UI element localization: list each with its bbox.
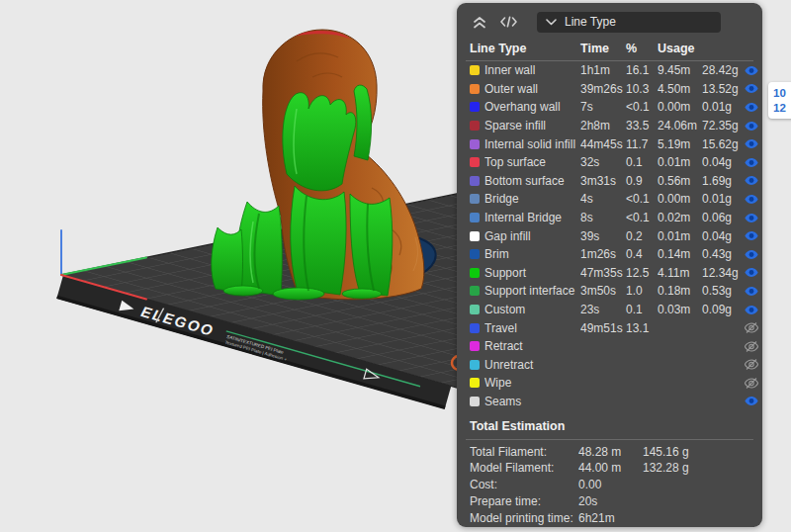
- collapse-panel-button[interactable]: [470, 12, 489, 32]
- line-type-row[interactable]: Support 47m35s 12.5 4.11m 12.34g: [457, 264, 762, 283]
- row-color-swatch: [470, 341, 480, 351]
- line-type-row[interactable]: Retract: [457, 337, 762, 356]
- total-estimation-title: Total Estimation: [457, 410, 762, 439]
- line-type-row[interactable]: Seams: [457, 393, 762, 411]
- visibility-toggle[interactable]: [744, 194, 759, 205]
- row-time: 3m31s: [580, 174, 626, 188]
- eye-off-icon: [745, 341, 758, 352]
- row-color-swatch: [470, 121, 480, 131]
- line-type-rows: Inner wall 1h1m 16.1 9.45m 28.42g Outer …: [457, 61, 762, 410]
- line-type-row[interactable]: Bridge 4s <0.1 0.00m 0.01g: [457, 190, 762, 209]
- row-time: 47m35s: [580, 266, 626, 280]
- visibility-toggle[interactable]: [744, 341, 759, 352]
- eye-icon: [745, 396, 758, 406]
- eye-icon: [745, 65, 758, 76]
- visibility-toggle[interactable]: [744, 249, 759, 260]
- eye-icon: [745, 138, 758, 149]
- view-mode-label: Line Type: [565, 15, 616, 29]
- row-time: 1m26s: [580, 247, 626, 261]
- line-type-row[interactable]: Sparse infill 2h8m 33.5 24.06m 72.35g: [457, 117, 762, 135]
- visibility-toggle[interactable]: [744, 396, 759, 406]
- line-type-row[interactable]: Outer wall 39m26s 10.3 4.50m 13.52g: [457, 80, 762, 99]
- visibility-toggle[interactable]: [744, 267, 759, 278]
- line-type-row[interactable]: Bottom surface 3m31s 0.9 0.56m 1.69g: [457, 172, 762, 191]
- line-type-row[interactable]: Support interface 3m50s 1.0 0.18m 0.53g: [457, 282, 762, 301]
- visibility-toggle[interactable]: [744, 378, 759, 389]
- layer-indicator-line1: 10: [773, 86, 791, 101]
- row-label: Travel: [484, 321, 580, 335]
- row-label: Overhang wall: [484, 100, 580, 114]
- row-percent: 13.1: [626, 321, 658, 335]
- line-type-row[interactable]: Travel 49m51s 13.1: [457, 318, 762, 337]
- eye-icon: [745, 83, 758, 94]
- row-color-swatch: [470, 397, 480, 406]
- line-type-row[interactable]: Internal Bridge 8s <0.1 0.02m 0.06g: [457, 209, 762, 227]
- row-length: 0.02m: [658, 211, 702, 224]
- visibility-toggle[interactable]: [744, 213, 759, 223]
- total-estimation-row: Model printing time: 6h21m: [457, 509, 762, 526]
- row-percent: 0.2: [626, 229, 658, 243]
- row-label: Sparse infill: [484, 119, 580, 133]
- row-label: Unretract: [484, 358, 580, 372]
- visibility-toggle[interactable]: [744, 230, 759, 241]
- row-label: Brim: [484, 247, 580, 261]
- line-type-row[interactable]: Gap infill 39s 0.2 0.01m 0.04g: [457, 226, 762, 245]
- visibility-toggle[interactable]: [744, 83, 759, 94]
- line-type-row[interactable]: Inner wall 1h1m 16.1 9.45m 28.42g: [457, 61, 762, 80]
- row-percent: 1.0: [626, 284, 658, 298]
- row-time: 1h1m: [580, 63, 626, 77]
- row-percent: 10.3: [626, 82, 658, 96]
- line-type-row[interactable]: Unretract: [457, 356, 762, 375]
- col-usage: Usage: [658, 42, 762, 55]
- row-color-swatch: [470, 231, 480, 241]
- row-label: Support: [484, 266, 580, 280]
- visibility-toggle[interactable]: [744, 359, 759, 370]
- row-label: Outer wall: [484, 82, 580, 96]
- row-length: 24.06m: [658, 119, 702, 133]
- row-length: 0.18m: [658, 284, 702, 298]
- row-percent: 0.9: [626, 174, 658, 188]
- total-estimation-row: Model Filament: 44.00 m 132.28 g: [457, 460, 762, 477]
- line-type-row[interactable]: Brim 1m26s 0.4 0.14m 0.43g: [457, 245, 762, 264]
- row-label: Internal solid infill: [484, 137, 580, 151]
- row-length: 5.19m: [658, 137, 702, 151]
- row-label: Gap infill: [484, 229, 580, 243]
- visibility-toggle[interactable]: [744, 65, 759, 76]
- visibility-toggle[interactable]: [744, 175, 759, 186]
- row-time: 32s: [580, 155, 626, 169]
- total-label: Cost:: [470, 478, 578, 491]
- visibility-toggle[interactable]: [744, 102, 759, 113]
- visibility-toggle[interactable]: [744, 157, 759, 168]
- line-type-row[interactable]: Overhang wall 7s <0.1 0.00m 0.01g: [457, 98, 762, 117]
- total-label: Total Filament:: [470, 445, 578, 459]
- row-weight: 12.34g: [702, 266, 744, 280]
- row-length: 9.45m: [658, 63, 702, 77]
- line-type-row[interactable]: Custom 23s 0.1 0.03m 0.09g: [457, 301, 762, 319]
- total-value-2: 145.16 g: [643, 445, 762, 459]
- row-length: 4.11m: [658, 266, 702, 280]
- row-label: Custom: [484, 303, 580, 316]
- line-type-row[interactable]: Top surface 32s 0.1 0.01m 0.04g: [457, 153, 762, 172]
- row-label: Internal Bridge: [484, 211, 580, 224]
- gcode-view-button[interactable]: [498, 12, 518, 32]
- eye-icon: [745, 213, 758, 223]
- visibility-toggle[interactable]: [744, 305, 759, 315]
- visibility-toggle[interactable]: [744, 286, 759, 297]
- row-label: Bottom surface: [484, 174, 580, 188]
- row-color-swatch: [470, 360, 480, 370]
- row-time: 39m26s: [580, 82, 626, 96]
- total-estimation-list: Total Filament: 48.28 m 145.16 g Model F…: [457, 440, 762, 527]
- total-estimation-row: Total Filament: 48.28 m 145.16 g: [457, 443, 762, 460]
- row-color-swatch: [470, 213, 480, 222]
- visibility-toggle[interactable]: [744, 121, 759, 132]
- visibility-toggle[interactable]: [744, 138, 759, 149]
- total-label: Prepare time:: [470, 494, 578, 508]
- row-color-swatch: [470, 268, 480, 278]
- view-mode-dropdown[interactable]: Line Type: [537, 12, 721, 33]
- line-type-row[interactable]: Wipe: [457, 374, 762, 393]
- row-time: 3m50s: [580, 284, 626, 298]
- col-time: Time: [580, 42, 626, 55]
- col-line-type: Line Type: [470, 42, 580, 55]
- visibility-toggle[interactable]: [744, 322, 759, 333]
- line-type-row[interactable]: Internal solid infill 44m45s 11.7 5.19m …: [457, 134, 762, 153]
